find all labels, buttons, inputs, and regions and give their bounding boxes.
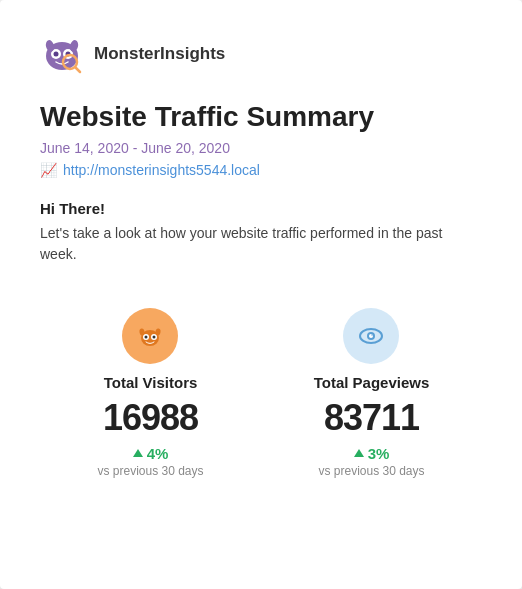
chart-icon: 📈 <box>40 162 57 178</box>
pageviews-label: Total Pageviews <box>314 374 430 391</box>
metrics-row: Total Visitors 16988 4% vs previous 30 d… <box>40 298 482 478</box>
visitors-up-arrow <box>133 449 143 457</box>
pageviews-value: 83711 <box>324 397 419 439</box>
svg-point-19 <box>372 334 373 335</box>
visitors-change-value: 4% <box>147 445 169 462</box>
logo-text: MonsterInsights <box>94 44 225 64</box>
date-range: June 14, 2020 - June 20, 2020 <box>40 140 482 156</box>
logo-area: MonsterInsights <box>40 32 482 76</box>
pageviews-icon-wrap <box>343 308 399 364</box>
site-link-row: 📈 http://monsterinsights5544.local <box>40 162 482 178</box>
monsterinsights-logo-icon <box>40 32 84 76</box>
svg-line-8 <box>75 67 80 72</box>
svg-point-12 <box>145 335 148 338</box>
visitors-label: Total Visitors <box>104 374 198 391</box>
report-card: MonsterInsights Website Traffic Summary … <box>0 0 522 589</box>
page-title: Website Traffic Summary <box>40 100 482 134</box>
visitors-value: 16988 <box>103 397 198 439</box>
greeting-text: Let's take a look at how your website tr… <box>40 223 482 266</box>
svg-point-3 <box>54 52 59 57</box>
greeting-section: Hi There! Let's take a look at how your … <box>40 200 482 266</box>
metric-card-visitors: Total Visitors 16988 4% vs previous 30 d… <box>51 308 250 478</box>
svg-point-13 <box>153 335 156 338</box>
visitors-change: 4% <box>133 445 169 462</box>
pageviews-icon <box>357 322 385 350</box>
visitors-icon-wrap <box>122 308 178 364</box>
pageviews-compare: vs previous 30 days <box>318 464 424 478</box>
visitors-icon <box>136 322 164 350</box>
site-link[interactable]: http://monsterinsights5544.local <box>63 162 260 178</box>
pageviews-change-value: 3% <box>368 445 390 462</box>
visitors-compare: vs previous 30 days <box>97 464 203 478</box>
pageviews-up-arrow <box>354 449 364 457</box>
pageviews-change: 3% <box>354 445 390 462</box>
metric-card-pageviews: Total Pageviews 83711 3% vs previous 30 … <box>272 308 471 478</box>
greeting-title: Hi There! <box>40 200 482 217</box>
